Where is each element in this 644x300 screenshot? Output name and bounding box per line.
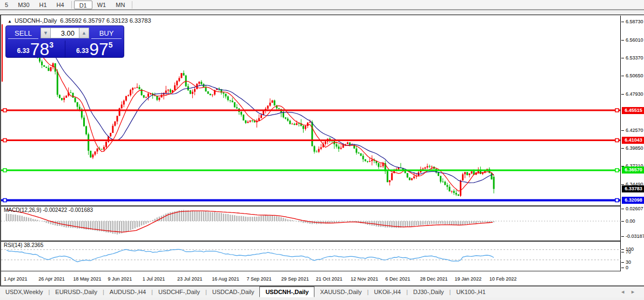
candle-body [305, 126, 306, 129]
axis-tick-mark [621, 76, 624, 76]
macd-bar [407, 221, 408, 226]
tab-usdchf-daily[interactable]: USDCHF-,Daily [153, 289, 205, 295]
tab-xauusd-daily[interactable]: XAUUSD-,Daily [314, 289, 367, 295]
macd-bar [493, 221, 494, 222]
volume-increase-button[interactable]: ▲ [79, 28, 89, 38]
volume-input[interactable]: 3.00 [51, 28, 79, 38]
macd-bar [8, 214, 9, 221]
candle-body [170, 90, 171, 92]
macd-bar [32, 219, 33, 221]
macd-bar [334, 221, 335, 223]
timeframe-button-h1[interactable]: H1 [35, 1, 52, 9]
buy-button[interactable]: BUY [91, 29, 122, 39]
axis-tick-label: 6.56010 [626, 37, 643, 43]
macd-bar [230, 215, 231, 221]
tab-scroll-left-icon[interactable]: ◄ [620, 289, 630, 295]
macd-bar [26, 217, 27, 221]
macd-bar [278, 217, 279, 221]
candle-body [174, 85, 176, 90]
price-axis[interactable]: 6.587306.560106.533706.506506.479306.425… [621, 16, 644, 271]
line-endpoint-marker[interactable] [3, 109, 6, 112]
macd-bar [340, 221, 341, 222]
macd-bar [405, 221, 406, 227]
axis-tick-mark [621, 58, 624, 58]
date-label: 21 Oct 2021 [316, 276, 343, 282]
line-endpoint-marker[interactable] [3, 138, 6, 142]
macd-bar [19, 216, 20, 221]
macd-bar [128, 221, 129, 231]
macd-bar [254, 217, 255, 221]
macd-bar [170, 212, 171, 221]
candle-body [391, 173, 393, 180]
buy-price-tile[interactable]: 6.33 97 5 [65, 41, 124, 58]
macd-bar [411, 221, 412, 226]
tab-dj30-daily[interactable]: DJ30-,Daily [408, 289, 450, 295]
candle-body [234, 102, 236, 107]
tab-eurusd-daily[interactable]: EURUSD-,Daily [50, 289, 103, 295]
tab-usdcad-daily[interactable]: USDCAD-,Daily [207, 289, 260, 295]
macd-bar [243, 216, 244, 221]
candle-body [85, 126, 87, 135]
candle-body [431, 166, 433, 167]
macd-bar [39, 221, 40, 221]
line-endpoint-marker[interactable] [3, 169, 6, 172]
line-endpoint-marker[interactable] [615, 138, 619, 142]
timeframe-button-d1[interactable]: D1 [74, 1, 92, 9]
candle-body [156, 96, 158, 99]
line-endpoint-marker[interactable] [615, 169, 619, 172]
axis-tick-label: 6.42570 [626, 128, 643, 133]
tab-usdx-weekly[interactable]: USDX,Weekly [0, 289, 48, 295]
line-endpoint-marker[interactable] [3, 198, 6, 202]
date-axis[interactable]: 1 Apr 202126 Apr 202118 May 20219 Jun 20… [1, 272, 621, 286]
timeframe-button-5[interactable]: 5 [0, 1, 13, 9]
macd-bar [187, 210, 189, 221]
candle-body [316, 152, 318, 152]
candle-body [493, 177, 495, 189]
tab-scroll-right-icon[interactable]: ► [630, 289, 641, 295]
candle-body [83, 118, 85, 126]
timeframe-button-m30[interactable]: M30 [13, 1, 34, 9]
macd-bar [283, 218, 284, 221]
macd-bar [351, 221, 352, 222]
candle-body [145, 97, 147, 97]
candle-body [325, 142, 326, 144]
candle-body [429, 166, 431, 166]
macd-bar [473, 221, 474, 223]
candle-body [247, 122, 249, 123]
axis-tick-mark [621, 249, 624, 250]
candle-body [165, 90, 167, 92]
tab-ukoil-h4[interactable]: UKOil-,H4 [368, 289, 406, 295]
timeframe-button-h4[interactable]: H4 [52, 1, 69, 9]
axis-tick-mark [621, 221, 624, 222]
macd-bar [447, 221, 448, 224]
macd-bar [449, 221, 450, 225]
candle-body [123, 101, 125, 104]
line-endpoint-marker[interactable] [615, 109, 619, 112]
candle-body [285, 117, 286, 118]
volume-decrease-button[interactable]: ▼ [41, 28, 51, 38]
candle-body [267, 105, 269, 109]
candle-body [471, 171, 473, 174]
candle-body [422, 169, 424, 169]
tab-audusd-h4[interactable]: AUDUSD-,H4 [104, 289, 151, 295]
timeframe-button-w1[interactable]: W1 [92, 1, 111, 9]
timeframe-button-mn[interactable]: MN [111, 1, 130, 9]
macd-bar [445, 221, 446, 224]
tab-uk100-h1[interactable]: UK100-,H1 [451, 289, 491, 295]
axis-tick-label: 6.53370 [626, 55, 643, 61]
candle-body [70, 92, 71, 93]
candle-body [318, 149, 320, 151]
macd-bar [460, 221, 461, 225]
tab-usdcnh-daily[interactable]: USDCNH-,Daily [259, 286, 314, 297]
macd-bar [471, 221, 472, 223]
sell-price-tile[interactable]: 6.33 78 3 [6, 41, 65, 58]
axis-tick-label: 6.39850 [626, 145, 643, 151]
macd-bar [440, 221, 441, 224]
candle-body [178, 78, 180, 81]
sell-button[interactable]: SELL [8, 29, 38, 39]
macd-bar [152, 220, 153, 221]
date-label: 12 Nov 2021 [351, 276, 378, 282]
line-endpoint-marker[interactable] [615, 198, 619, 202]
candle-body [387, 171, 388, 182]
macd-bar [163, 215, 164, 221]
